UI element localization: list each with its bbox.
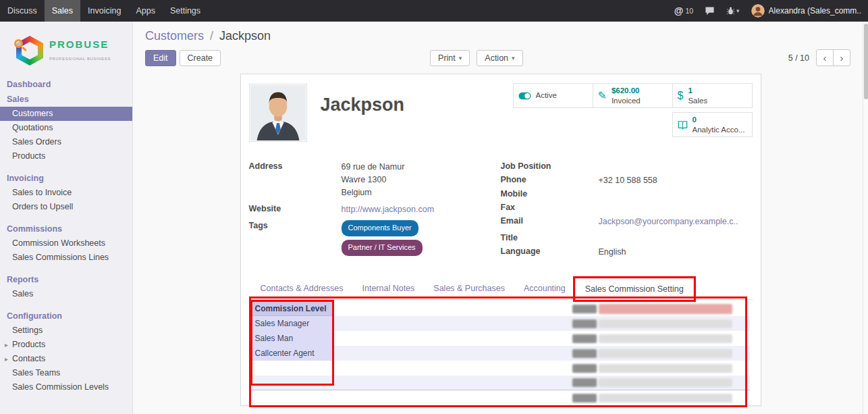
debug-menu-button[interactable]: ▾ [726, 6, 740, 16]
bug-icon [726, 6, 735, 16]
redacted-block [572, 349, 597, 358]
column-header-commission-level[interactable]: Commission Level [252, 301, 333, 316]
menu-settings[interactable]: Settings [163, 0, 208, 22]
action-menu-button[interactable]: Action ▾ [477, 50, 522, 66]
customer-photo[interactable] [249, 84, 307, 142]
menu-sales[interactable]: Sales [45, 0, 80, 22]
caret-down-icon: ▾ [459, 55, 462, 61]
sidebar-item-products[interactable]: Products [0, 149, 132, 163]
table-row-empty[interactable] [252, 361, 750, 376]
table-row-sales-man[interactable]: Sales Man [252, 331, 750, 346]
table-row-empty[interactable] [252, 390, 750, 405]
tab-internal-notes[interactable]: Internal Notes [352, 278, 424, 299]
redacted-cells [572, 378, 732, 387]
breadcrumb: Customers / Jackpson [145, 29, 850, 43]
user-name: Alexandra (Sales_comm.. [769, 6, 861, 16]
breadcrumb-customers[interactable]: Customers [145, 29, 204, 43]
sidebar-item-sales-teams[interactable]: Sales Teams [0, 366, 132, 380]
sidebar-item-reports-sales[interactable]: Sales [0, 287, 132, 301]
sidebar-item-orders-to-upsell[interactable]: Orders to Upsell [0, 200, 132, 214]
sidebar-header-sales[interactable]: Sales [0, 92, 132, 107]
user-menu[interactable]: Alexandra (Sales_comm.. [751, 4, 861, 18]
tag-components-buyer[interactable]: Components Buyer [342, 220, 418, 236]
tab-accounting[interactable]: Accounting [514, 278, 575, 299]
sidebar-nav: Dashboard Sales Customers Quotations Sal… [0, 77, 132, 394]
redacted-cells [572, 319, 732, 328]
sidebar-header-reports[interactable]: Reports [0, 272, 132, 287]
invoiced-amount: $620.00 [612, 86, 641, 95]
field-group-right: Job Position Phone +32 10 588 558 Mobile… [501, 161, 753, 261]
sidebar-item-sales-commissions-lines[interactable]: Sales Commissions Lines [0, 251, 132, 265]
menu-invoicing[interactable]: Invoicing [80, 0, 128, 22]
tag-partner-it-services[interactable]: Partner / IT Services [342, 240, 423, 256]
sales-stat-button[interactable]: $ 1 Sales [672, 83, 753, 108]
sidebar-header-invoicing[interactable]: Invoicing [0, 171, 132, 186]
redacted-block [572, 378, 597, 387]
control-buttons-row: Edit Create Print ▾ Action ▾ 5 / 10 ‹ [145, 49, 850, 66]
field-group-left: Address 69 rue de Namur Wavre 1300 Belgi… [249, 161, 501, 261]
sidebar-item-settings[interactable]: Settings [0, 324, 132, 338]
sidebar-item-config-products[interactable]: ▸ Products [0, 338, 132, 352]
sidebar-item-sales-commission-levels[interactable]: Sales Commission Levels [0, 380, 132, 394]
sidebar-header-configuration[interactable]: Configuration [0, 309, 132, 324]
messages-icon[interactable] [705, 6, 715, 16]
edit-button[interactable]: Edit [145, 50, 176, 66]
breadcrumb-separator: / [210, 29, 213, 43]
print-menu-button[interactable]: Print ▾ [430, 50, 470, 66]
logo-title: PROBUSE [49, 38, 109, 50]
menu-discuss[interactable]: Discuss [0, 0, 45, 22]
menu-apps[interactable]: Apps [128, 0, 163, 22]
sidebar-header-commissions[interactable]: Commissions [0, 222, 132, 236]
redacted-block [599, 319, 732, 328]
mentions-button[interactable]: @ 10 [674, 5, 693, 16]
pager-previous-button[interactable]: ‹ [816, 49, 834, 66]
redacted-block [599, 378, 732, 387]
tab-contacts-addresses[interactable]: Contacts & Addresses [251, 278, 353, 299]
scrollbar-thumb[interactable] [864, 24, 868, 99]
redacted-header-cells [572, 304, 732, 314]
main-area: Customers / Jackpson Edit Create Print ▾… [133, 22, 868, 414]
sidebar-item-customers[interactable]: Customers [0, 107, 132, 121]
vertical-scrollbar[interactable] [863, 22, 868, 414]
language-label: Language [501, 246, 599, 256]
table-row-callcenter-agent[interactable]: Callcenter Agent [252, 346, 750, 361]
sidebar-item-label: Products [12, 340, 45, 349]
sidebar-item-quotations[interactable]: Quotations [0, 121, 132, 135]
app-layout: PROBUSE PROFESSIONAL BUSINESS Dashboard … [0, 22, 868, 414]
redacted-cells [572, 364, 732, 373]
table-row-empty[interactable] [252, 376, 750, 390]
probuse-logo-icon [16, 36, 43, 66]
at-icon: @ [674, 5, 684, 16]
pager-next-button[interactable]: › [833, 49, 850, 66]
sidebar-item-config-contacts[interactable]: ▸ Contacts [0, 352, 132, 366]
website-link[interactable]: http://www.jackpson.com [342, 203, 435, 216]
redacted-cells [572, 394, 732, 403]
tab-sales-purchases[interactable]: Sales & Purchases [424, 278, 514, 299]
email-link[interactable]: Jackpson@yourcompany.example.c.. [599, 215, 738, 228]
top-navbar: Discuss Sales Invoicing Apps Settings @ … [0, 0, 868, 22]
probuse-logo[interactable]: PROBUSE PROFESSIONAL BUSINESS [0, 22, 132, 76]
active-stat-button[interactable]: Active [513, 83, 593, 108]
address-label: Address [249, 161, 342, 171]
analytic-stat-button[interactable]: 0 Analytic Acco... [672, 112, 753, 137]
pager-counter: 5 / 10 [788, 53, 809, 63]
sales-label: Sales [688, 96, 707, 105]
sidebar-item-sales-to-invoice[interactable]: Sales to Invoice [0, 186, 132, 200]
title-label: Title [501, 232, 599, 242]
redacted-block [599, 364, 732, 373]
toggle-on-icon [518, 92, 531, 100]
sidebar: PROBUSE PROFESSIONAL BUSINESS Dashboard … [0, 22, 133, 414]
sidebar-item-sales-orders[interactable]: Sales Orders [0, 135, 132, 149]
address-value: 69 rue de Namur Wavre 1300 Belgium [342, 161, 405, 199]
commission-level-cell: Callcenter Agent [252, 346, 333, 361]
job-position-label: Job Position [501, 161, 599, 171]
invoiced-stat-button[interactable]: ✎ $620.00 Invoiced [593, 83, 673, 108]
tab-sales-commission-setting[interactable]: Sales Commission Setting [575, 278, 694, 300]
commission-level-cell [252, 361, 333, 376]
table-row-sales-manager[interactable]: Sales Manager [252, 316, 750, 331]
redacted-block [599, 334, 732, 343]
create-button[interactable]: Create [180, 50, 221, 66]
sidebar-header-dashboard[interactable]: Dashboard [0, 77, 132, 92]
sidebar-item-commission-worksheets[interactable]: Commission Worksheets [0, 236, 132, 251]
commission-level-cell: Sales Manager [252, 316, 333, 331]
